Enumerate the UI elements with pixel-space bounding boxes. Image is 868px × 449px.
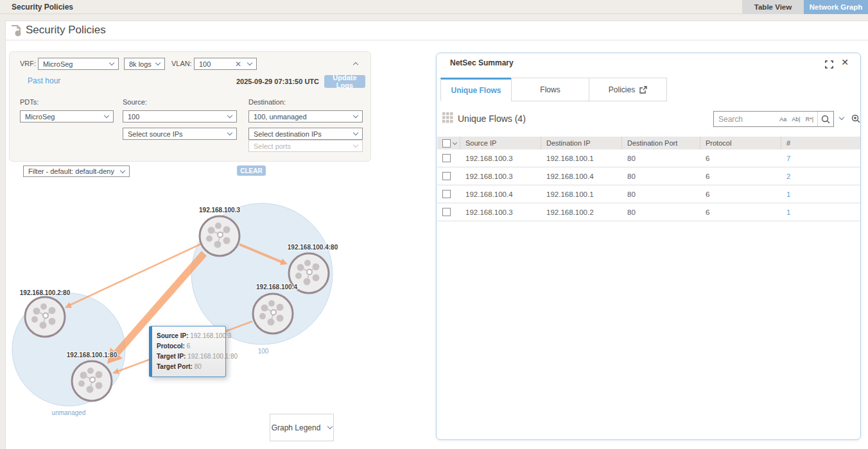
chevron-down-icon [327,424,333,429]
destination-ips-value: Select destination IPs [254,130,354,138]
network-graph-button[interactable]: Network Graph [804,0,868,14]
column-header-count[interactable]: # [781,137,860,149]
tooltip-target-port: Target Port: 80 [157,362,221,372]
row-checkbox[interactable] [442,154,451,162]
unique-flows-heading: Unique Flows (4) [458,114,526,124]
source-select[interactable]: 100 [123,110,237,123]
chevron-down-icon [353,142,358,148]
edge-tooltip: Source IP: 192.168.100.3 Protocol: 6 Tar… [149,326,226,377]
cluster-label-unmanaged: unmanaged [52,409,86,416]
netsec-panel-title: NetSec Summary [450,58,514,67]
filter-card: VRF: MicroSeg 8k logs VLAN: 100 ✕ Past h… [9,51,371,162]
logs-select[interactable]: 8k logs [124,58,165,70]
policy-filter-value: Filter - default: default-deny [28,167,121,175]
chevron-down-icon[interactable] [453,140,457,144]
collapse-filters-icon[interactable] [353,62,358,67]
tooltip-target-ip: Target IP: 192.168.100.1:80 [157,352,221,362]
column-header-protocol[interactable]: Protocol [700,137,781,149]
table-row[interactable]: 192.168.100.4 192.168.100.1 80 6 1 [437,185,860,203]
table-row[interactable]: 192.168.100.3 192.168.100.4 80 6 2 [437,167,860,185]
vlan-label: VLAN: [171,60,192,67]
chevron-down-icon [104,113,109,118]
chevron-down-icon [353,130,358,135]
chevron-down-icon [109,60,114,65]
page-header: Security Policies [5,21,868,40]
cluster-label-100: 100 [258,348,269,355]
update-logs-button[interactable]: Update Logs [324,75,365,88]
vlan-select[interactable]: 100 ✕ [194,58,257,70]
chevron-down-icon [227,130,232,135]
tab-policies[interactable]: Policies [589,78,667,101]
match-case-toggle[interactable]: Aa [777,116,789,123]
graph-legend-button[interactable]: Graph Legend [270,414,334,441]
node-192-168-100-3[interactable] [200,216,239,256]
page-title: Security Policies [26,24,106,37]
vrf-select[interactable]: MicroSeg [38,58,119,70]
node-label: 192.168.100.2:80 [20,289,71,296]
column-header-destination-ip[interactable]: Destination IP [541,137,622,149]
vlan-value: 100 [199,60,235,68]
security-policy-document-icon [9,24,23,40]
destination-ips-select[interactable]: Select destination IPs [248,128,363,140]
select-all-checkbox[interactable] [442,139,451,148]
close-icon[interactable]: ✕ [841,57,849,67]
source-ips-value: Select source IPs [128,130,228,138]
search-options-chevron-icon[interactable] [839,115,844,120]
pdts-value: MicroSeg [25,113,105,121]
tab-flows[interactable]: Flows [511,78,589,101]
tooltip-protocol: Protocol: 6 [157,341,221,352]
netsec-summary-panel: NetSec Summary ✕ Unique Flows Flows Poli… [436,53,861,440]
node-label: 192.168.100.3 [199,207,240,214]
graph-legend-label: Graph Legend [272,423,321,432]
view-toggle: Table View Network Graph [742,0,868,14]
destination-value: 100, unmanaged [254,113,354,121]
zoom-in-icon[interactable] [851,114,860,126]
node-label: 192.168.100.4:80 [288,244,338,251]
time-range-link[interactable]: Past hour [28,76,60,85]
external-link-icon [639,86,647,94]
source-ips-select[interactable]: Select source IPs [123,128,237,140]
expand-icon[interactable] [825,60,833,71]
chevron-down-icon [227,113,232,118]
clear-vlan-icon[interactable]: ✕ [235,60,241,68]
netsec-tabs: Unique Flows Flows Policies [440,78,667,101]
source-label: Source: [123,98,147,106]
node-192-168-100-1-80[interactable] [72,361,112,401]
node-label: 192.168.100.1:80 [67,352,117,359]
policy-filter-select[interactable]: Filter - default: default-deny [23,165,130,177]
node-192-168-100-4[interactable] [253,294,293,334]
column-header-source-ip[interactable]: Source IP [460,137,541,149]
destination-select[interactable]: 100, unmanaged [248,110,363,123]
tab-unique-flows[interactable]: Unique Flows [440,78,512,101]
pdts-select[interactable]: MicroSeg [20,110,114,123]
vrf-value: MicroSeg [43,60,110,68]
vrf-label: VRF: [20,60,36,67]
table-row[interactable]: 192.168.100.3 192.168.100.2 80 6 1 [437,203,860,221]
table-header-row: Source IP Destination IP Destination Por… [437,137,860,149]
table-view-button[interactable]: Table View [742,0,804,14]
row-checkbox[interactable] [442,172,451,180]
chevron-down-icon [353,113,358,118]
logs-value: 8k logs [129,60,156,68]
top-bar: Security Policies Table View Network Gra… [0,0,868,14]
log-timestamp: 2025-09-29 07:31:50 UTC [236,78,319,85]
flow-count-link[interactable]: 1 [781,208,860,216]
node-192-168-100-2-80[interactable] [25,297,65,337]
flow-count-link[interactable]: 1 [781,191,860,198]
tooltip-source-ip: Source IP: 192.168.100.3 [157,331,221,341]
match-word-toggle[interactable]: Ab| [789,116,803,123]
flow-count-link[interactable]: 7 [781,155,860,162]
search-icon[interactable] [818,115,833,124]
clear-button[interactable]: CLEAR [237,165,266,176]
column-header-destination-port[interactable]: Destination Port [622,137,700,149]
table-row[interactable]: 192.168.100.3 192.168.100.1 80 6 7 [437,149,860,167]
destination-label: Destination: [248,98,286,106]
row-checkbox[interactable] [442,208,451,216]
chevron-down-icon [155,60,161,65]
search-box: Aa Ab| R*| [713,111,834,127]
search-input[interactable] [714,115,777,124]
regex-toggle[interactable]: R*| [803,116,816,123]
row-checkbox[interactable] [442,190,451,198]
flow-count-link[interactable]: 2 [781,173,860,180]
chevron-down-icon [120,167,125,173]
